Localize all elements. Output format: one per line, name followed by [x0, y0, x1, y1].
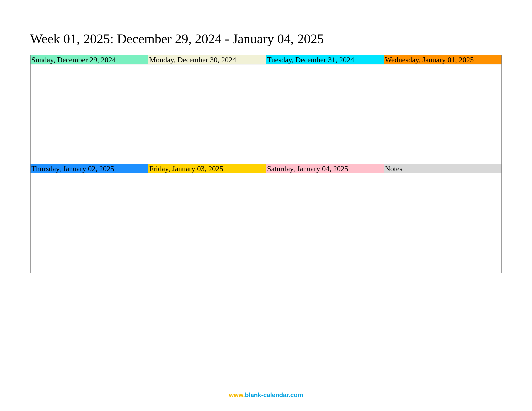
footer-link[interactable]: www.blank-calendar.com — [0, 392, 532, 399]
footer-part1: www. — [229, 392, 245, 398]
cell-sunday[interactable] — [30, 64, 148, 164]
header-saturday: Saturday, January 04, 2025 — [266, 164, 384, 173]
header-sunday: Sunday, December 29, 2024 — [30, 55, 148, 64]
header-monday: Monday, December 30, 2024 — [148, 55, 266, 64]
cell-wednesday[interactable] — [384, 64, 502, 164]
calendar-page: Week 01, 2025: December 29, 2024 - Janua… — [0, 0, 532, 411]
header-thursday: Thursday, January 02, 2025 — [30, 164, 148, 173]
header-tuesday: Tuesday, December 31, 2024 — [266, 55, 384, 64]
header-notes: Notes — [384, 164, 502, 173]
week-grid: Sunday, December 29, 2024 Monday, Decemb… — [30, 55, 502, 273]
cell-thursday[interactable] — [30, 173, 148, 273]
header-friday: Friday, January 03, 2025 — [148, 164, 266, 173]
header-wednesday: Wednesday, January 01, 2025 — [384, 55, 502, 64]
cell-friday[interactable] — [148, 173, 266, 273]
cell-monday[interactable] — [148, 64, 266, 164]
cell-saturday[interactable] — [266, 173, 384, 273]
cell-notes[interactable] — [384, 173, 502, 273]
cell-tuesday[interactable] — [266, 64, 384, 164]
footer-part2: blank-calendar.com — [245, 392, 303, 398]
week-title: Week 01, 2025: December 29, 2024 - Janua… — [30, 31, 502, 47]
